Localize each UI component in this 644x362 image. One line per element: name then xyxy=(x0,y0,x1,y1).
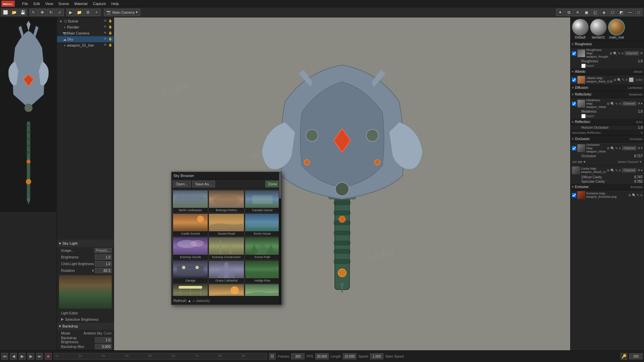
occlusion-section-header[interactable]: ▾ Occlusion Occlusion xyxy=(571,136,644,142)
cavity-search-icon[interactable]: 🔍 xyxy=(610,169,614,172)
timeline-bar[interactable]: 1s 2s 3s 4s 5s 6s 7s 8s 9s xyxy=(54,353,267,360)
sky-done-button[interactable]: Done xyxy=(265,181,280,187)
toolbar-icon9[interactable]: — xyxy=(626,9,634,16)
toolbar-icon5[interactable]: ◱ xyxy=(591,9,599,16)
end-frame-input[interactable] xyxy=(629,353,643,359)
brightness-input[interactable] xyxy=(95,254,112,260)
secondary-reflection-header[interactable]: Secondary Reflection: ▾ xyxy=(571,130,644,136)
diffusion-header[interactable]: ▾ Diffusion: Lambertian xyxy=(571,84,644,91)
roughness-checkbox[interactable] xyxy=(572,51,576,56)
roughness-delete-icon[interactable]: ✕ xyxy=(621,52,624,55)
emissive-edit-icon[interactable]: ✎ xyxy=(637,193,639,197)
secondary-reflection-dropdown[interactable]: ▾ xyxy=(641,131,643,134)
emissive-delete-icon[interactable]: ✕ xyxy=(640,193,643,197)
weapon-lock-icon[interactable]: 🔒 xyxy=(108,43,112,47)
toolbar-icon1[interactable]: ✦ xyxy=(556,9,564,16)
sky-item-grace[interactable]: Grace Cathedral xyxy=(209,260,244,283)
albedo-color-swatch[interactable] xyxy=(629,77,634,82)
sky-browser-scrollbar-thumb[interactable] xyxy=(279,172,281,199)
cavity-delete-icon[interactable]: ✕ xyxy=(619,169,621,172)
albedo-edit-icon[interactable]: ✎ xyxy=(622,78,625,82)
sky-open-button[interactable]: Open... xyxy=(173,181,191,187)
sky-item-desert[interactable]: Desert Road xyxy=(209,214,244,236)
timeline-link-btn[interactable]: ⛓ xyxy=(269,353,276,360)
sky-item-evening-clouds[interactable]: Evening Clouds xyxy=(173,237,208,260)
child-light-input[interactable] xyxy=(95,261,112,266)
menu-material[interactable]: Material xyxy=(72,1,90,6)
fps-input[interactable] xyxy=(315,353,329,359)
sky-item-forest[interactable]: Forest Path xyxy=(245,237,280,260)
timeline-key-icon[interactable]: 🔑 xyxy=(621,353,627,360)
rotation-input[interactable] xyxy=(95,268,112,273)
viewport[interactable]: 人人素材 RRCG 人人素材 RRCG 人人素材 xyxy=(114,17,570,350)
metalness-delete-icon[interactable]: ✕ xyxy=(619,102,621,106)
timeline-prev-btn[interactable]: ◀ xyxy=(10,353,17,360)
tree-item-camera[interactable]: 📷 Main Camera 👁 🔒 xyxy=(57,30,114,36)
frames-input[interactable] xyxy=(291,353,305,359)
roughness-settings-icon[interactable]: ⚙ xyxy=(609,52,612,55)
backdrop-blur-input[interactable] xyxy=(95,344,112,349)
sky-item-bolonga[interactable]: Bolonga Portico xyxy=(209,190,244,213)
sky-item-castle[interactable]: Castle Sunset xyxy=(173,214,208,236)
sky-browser-scrollbar[interactable] xyxy=(279,172,281,305)
sky-item-iowa[interactable]: Iowa Sunset xyxy=(209,284,244,296)
toolbar-icon3[interactable]: ✕ xyxy=(574,9,582,16)
albedo-settings-icon[interactable]: ⚙ xyxy=(613,78,616,82)
reflectivity-header[interactable]: ▾ Reflectivity: Metalness xyxy=(571,91,644,98)
mat-sphere-default[interactable] xyxy=(572,19,589,36)
tree-item-scene[interactable]: ▾ ⬡ Scene 👁 🔒 xyxy=(57,18,114,24)
emissive-header[interactable]: ▾ Emissive: Emissive xyxy=(571,184,644,190)
uv-set-value[interactable]: Vertex Channel ▼ xyxy=(618,160,642,164)
scene-eye-icon[interactable]: 👁 xyxy=(104,19,108,23)
toolbar-rotate[interactable]: ↻ xyxy=(47,9,55,16)
camera-eye-icon[interactable]: 👁 xyxy=(104,31,108,35)
albedo-checkbox[interactable] xyxy=(572,78,576,82)
camera-lock-icon[interactable]: 🔒 xyxy=(108,31,112,35)
sky-lock-icon[interactable]: 🔒 xyxy=(108,37,112,41)
toolbar-new[interactable]: ⬜ xyxy=(1,9,9,16)
roughness-search-icon[interactable]: 🔍 xyxy=(613,52,617,55)
sky-save-as-button[interactable]: Save As... xyxy=(192,181,215,187)
refresh-label[interactable]: Refresh xyxy=(173,299,186,303)
tree-item-weapon[interactable]: ▪ weapon_01_low 👁 🔒 xyxy=(57,42,114,48)
albedo-section-header[interactable]: ▾ Albedo Albedo xyxy=(571,68,644,75)
mat-sphere-main[interactable] xyxy=(608,19,625,36)
metalness-settings-icon[interactable]: ⚙ xyxy=(607,102,610,106)
timeline-record-btn[interactable]: ⏺ xyxy=(45,353,52,360)
camera-dropdown[interactable]: 📷 Main Camera ▾ xyxy=(104,9,140,16)
sky-item-evening-construction[interactable]: Evening Construction xyxy=(209,237,244,260)
metalness-search-icon[interactable]: 🔍 xyxy=(610,102,614,106)
sky-item-hedge[interactable]: Hedge Row xyxy=(245,260,280,283)
emissive-settings-icon[interactable]: ⚙ xyxy=(628,193,631,197)
toolbar-icon7[interactable]: ⬡ xyxy=(608,9,616,16)
menu-help[interactable]: Help xyxy=(109,1,122,6)
render-eye-icon[interactable]: 👁 xyxy=(104,25,108,29)
occlusion-edit-icon[interactable]: ✎ xyxy=(615,146,618,150)
sky-item-ennis[interactable]: Ennis House xyxy=(245,214,280,236)
length-input[interactable] xyxy=(343,353,356,359)
occlusion-settings-icon[interactable]: ⚙ xyxy=(607,146,610,150)
toolbar-scale[interactable]: ⤢ xyxy=(56,9,64,16)
metalness-edit-icon[interactable]: ✎ xyxy=(615,102,618,106)
uv-set-label[interactable]: UV Set ▼ xyxy=(573,160,586,164)
menu-edit[interactable]: Edit xyxy=(31,1,43,6)
timeline-end-btn[interactable]: ⏭ xyxy=(36,353,43,360)
sky-item-berlin[interactable]: Berlin Underpass xyxy=(173,190,208,213)
tree-item-sky[interactable]: ☁ Sky 👁 🔒 xyxy=(57,36,114,42)
menu-file[interactable]: File xyxy=(19,1,31,6)
occlusion-delete-icon[interactable]: ✕ xyxy=(619,146,621,150)
reflection-header[interactable]: ▾ Reflection: GGX xyxy=(571,119,644,125)
occlusion-search-icon[interactable]: 🔍 xyxy=(610,146,614,150)
toolbar-icon8[interactable]: ◩ xyxy=(617,9,625,16)
sky-item-indoor[interactable]: Indoor Fluorescents xyxy=(173,284,208,296)
toolbar-settings[interactable]: ⚙ xyxy=(84,9,92,16)
toolbar-icon6[interactable]: ◈ xyxy=(600,9,608,16)
cavity-edit-icon[interactable]: ✎ xyxy=(615,169,618,172)
footer-home-icon[interactable]: ⌂ xyxy=(193,299,195,303)
toolbar-add[interactable]: ＋ xyxy=(93,9,101,16)
footer-up-icon[interactable]: ▲ xyxy=(188,299,192,303)
roughness-invert-checkbox[interactable] xyxy=(581,64,586,68)
toolbar-open[interactable]: 📂 xyxy=(10,9,18,16)
roughness-edit-icon[interactable]: ✎ xyxy=(618,52,621,55)
menu-scene[interactable]: Scene xyxy=(56,1,71,6)
